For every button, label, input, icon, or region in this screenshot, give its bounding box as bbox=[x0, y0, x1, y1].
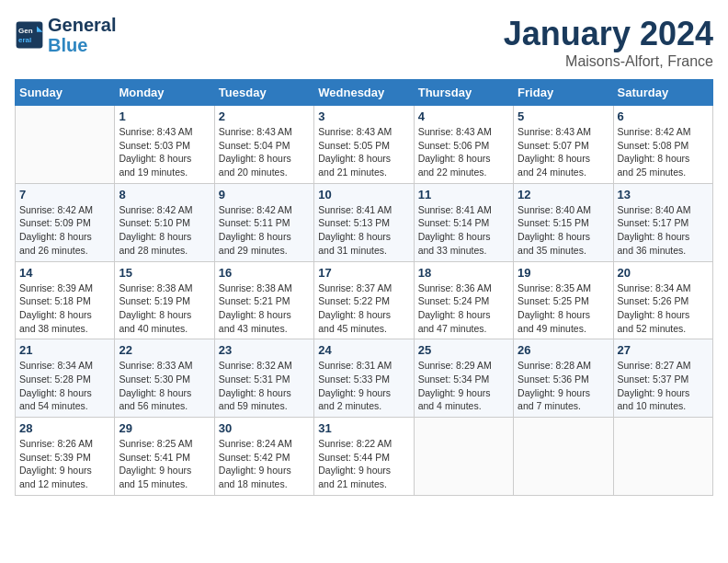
weekday-header-monday: Monday bbox=[115, 80, 214, 106]
calendar-cell: 27Sunrise: 8:27 AMSunset: 5:37 PMDayligh… bbox=[613, 339, 712, 418]
day-number: 4 bbox=[418, 109, 509, 123]
calendar-week-4: 21Sunrise: 8:34 AMSunset: 5:28 PMDayligh… bbox=[16, 339, 713, 418]
calendar-cell: 13Sunrise: 8:40 AMSunset: 5:17 PMDayligh… bbox=[613, 183, 712, 261]
calendar-cell: 1Sunrise: 8:43 AMSunset: 5:03 PMDaylight… bbox=[115, 106, 214, 184]
day-info: Sunrise: 8:26 AMSunset: 5:39 PMDaylight:… bbox=[19, 437, 110, 491]
weekday-header-thursday: Thursday bbox=[414, 80, 513, 106]
day-info: Sunrise: 8:43 AMSunset: 5:03 PMDaylight:… bbox=[119, 125, 210, 179]
day-info: Sunrise: 8:35 AMSunset: 5:25 PMDaylight:… bbox=[518, 282, 609, 336]
day-number: 5 bbox=[518, 109, 609, 123]
calendar-cell: 19Sunrise: 8:35 AMSunset: 5:25 PMDayligh… bbox=[514, 261, 613, 339]
day-info: Sunrise: 8:25 AMSunset: 5:41 PMDaylight:… bbox=[119, 437, 210, 491]
calendar-week-1: 1Sunrise: 8:43 AMSunset: 5:03 PMDaylight… bbox=[16, 106, 713, 184]
day-info: Sunrise: 8:34 AMSunset: 5:26 PMDaylight:… bbox=[618, 282, 709, 336]
calendar-cell: 23Sunrise: 8:32 AMSunset: 5:31 PMDayligh… bbox=[214, 339, 313, 418]
day-number: 8 bbox=[119, 188, 210, 201]
day-info: Sunrise: 8:43 AMSunset: 5:04 PMDaylight:… bbox=[219, 125, 310, 179]
weekday-header-sunday: Sunday bbox=[16, 80, 115, 106]
calendar-cell: 9Sunrise: 8:42 AMSunset: 5:11 PMDaylight… bbox=[214, 183, 313, 261]
day-info: Sunrise: 8:27 AMSunset: 5:37 PMDaylight:… bbox=[618, 359, 709, 413]
logo-text: GeneralBlue bbox=[48, 15, 116, 55]
day-info: Sunrise: 8:34 AMSunset: 5:28 PMDaylight:… bbox=[19, 359, 110, 413]
day-number: 2 bbox=[219, 109, 310, 123]
day-info: Sunrise: 8:43 AMSunset: 5:07 PMDaylight:… bbox=[518, 125, 609, 179]
day-number: 10 bbox=[318, 188, 409, 201]
day-number: 11 bbox=[418, 188, 509, 201]
calendar-cell bbox=[16, 106, 115, 184]
day-number: 9 bbox=[219, 188, 310, 201]
day-number: 22 bbox=[119, 343, 210, 357]
day-info: Sunrise: 8:42 AMSunset: 5:09 PMDaylight:… bbox=[19, 203, 110, 258]
day-number: 15 bbox=[119, 266, 210, 280]
day-info: Sunrise: 8:37 AMSunset: 5:22 PMDaylight:… bbox=[318, 282, 409, 336]
location: Maisons-Alfort, France bbox=[504, 53, 713, 70]
day-number: 26 bbox=[518, 343, 609, 357]
month-title: January 2024 bbox=[504, 15, 713, 53]
calendar-cell bbox=[514, 418, 613, 496]
day-number: 1 bbox=[119, 109, 210, 123]
calendar-cell: 5Sunrise: 8:43 AMSunset: 5:07 PMDaylight… bbox=[514, 106, 613, 184]
calendar-cell: 4Sunrise: 8:43 AMSunset: 5:06 PMDaylight… bbox=[414, 106, 513, 184]
calendar-week-5: 28Sunrise: 8:26 AMSunset: 5:39 PMDayligh… bbox=[16, 418, 713, 496]
svg-text:eral: eral bbox=[18, 36, 31, 44]
day-info: Sunrise: 8:38 AMSunset: 5:21 PMDaylight:… bbox=[219, 282, 310, 336]
day-info: Sunrise: 8:33 AMSunset: 5:30 PMDaylight:… bbox=[119, 359, 210, 413]
day-info: Sunrise: 8:39 AMSunset: 5:18 PMDaylight:… bbox=[19, 282, 110, 336]
calendar-cell: 8Sunrise: 8:42 AMSunset: 5:10 PMDaylight… bbox=[115, 183, 214, 261]
day-info: Sunrise: 8:28 AMSunset: 5:36 PMDaylight:… bbox=[518, 359, 609, 413]
calendar-cell: 3Sunrise: 8:43 AMSunset: 5:05 PMDaylight… bbox=[314, 106, 414, 184]
svg-text:Gen: Gen bbox=[18, 27, 33, 35]
calendar-cell: 18Sunrise: 8:36 AMSunset: 5:24 PMDayligh… bbox=[414, 261, 513, 339]
calendar-cell: 17Sunrise: 8:37 AMSunset: 5:22 PMDayligh… bbox=[314, 261, 414, 339]
calendar-cell: 20Sunrise: 8:34 AMSunset: 5:26 PMDayligh… bbox=[613, 261, 712, 339]
day-number: 24 bbox=[318, 343, 409, 357]
calendar-cell: 2Sunrise: 8:43 AMSunset: 5:04 PMDaylight… bbox=[214, 106, 313, 184]
calendar-cell: 16Sunrise: 8:38 AMSunset: 5:21 PMDayligh… bbox=[214, 261, 313, 339]
day-info: Sunrise: 8:42 AMSunset: 5:08 PMDaylight:… bbox=[618, 125, 709, 179]
calendar-cell: 14Sunrise: 8:39 AMSunset: 5:18 PMDayligh… bbox=[16, 261, 115, 339]
day-number: 7 bbox=[19, 188, 110, 201]
day-info: Sunrise: 8:42 AMSunset: 5:10 PMDaylight:… bbox=[119, 203, 210, 258]
title-block: January 2024 Maisons-Alfort, France bbox=[504, 15, 713, 70]
day-number: 16 bbox=[219, 266, 310, 280]
calendar-cell bbox=[414, 418, 513, 496]
calendar-cell bbox=[613, 418, 712, 496]
calendar-cell: 7Sunrise: 8:42 AMSunset: 5:09 PMDaylight… bbox=[16, 183, 115, 261]
logo: Gen eral GeneralBlue bbox=[15, 15, 116, 55]
day-info: Sunrise: 8:22 AMSunset: 5:44 PMDaylight:… bbox=[318, 437, 409, 491]
day-info: Sunrise: 8:43 AMSunset: 5:06 PMDaylight:… bbox=[418, 125, 509, 179]
calendar-week-2: 7Sunrise: 8:42 AMSunset: 5:09 PMDaylight… bbox=[16, 183, 713, 261]
day-number: 18 bbox=[418, 266, 509, 280]
calendar-week-3: 14Sunrise: 8:39 AMSunset: 5:18 PMDayligh… bbox=[16, 261, 713, 339]
day-info: Sunrise: 8:24 AMSunset: 5:42 PMDaylight:… bbox=[219, 437, 310, 491]
day-info: Sunrise: 8:43 AMSunset: 5:05 PMDaylight:… bbox=[318, 125, 409, 179]
day-info: Sunrise: 8:31 AMSunset: 5:33 PMDaylight:… bbox=[318, 359, 409, 413]
calendar-cell: 31Sunrise: 8:22 AMSunset: 5:44 PMDayligh… bbox=[314, 418, 414, 496]
calendar-cell: 6Sunrise: 8:42 AMSunset: 5:08 PMDaylight… bbox=[613, 106, 712, 184]
day-info: Sunrise: 8:41 AMSunset: 5:14 PMDaylight:… bbox=[418, 203, 509, 258]
logo-icon: Gen eral bbox=[15, 20, 44, 50]
page-header: Gen eral GeneralBlue January 2024 Maison… bbox=[15, 15, 713, 70]
weekday-header-wednesday: Wednesday bbox=[314, 80, 414, 106]
calendar-cell: 21Sunrise: 8:34 AMSunset: 5:28 PMDayligh… bbox=[16, 339, 115, 418]
day-info: Sunrise: 8:41 AMSunset: 5:13 PMDaylight:… bbox=[318, 203, 409, 258]
day-info: Sunrise: 8:32 AMSunset: 5:31 PMDaylight:… bbox=[219, 359, 310, 413]
calendar-cell: 26Sunrise: 8:28 AMSunset: 5:36 PMDayligh… bbox=[514, 339, 613, 418]
day-number: 30 bbox=[219, 421, 310, 435]
weekday-header-row: SundayMondayTuesdayWednesdayThursdayFrid… bbox=[16, 80, 713, 106]
day-number: 21 bbox=[19, 343, 110, 357]
calendar-cell: 25Sunrise: 8:29 AMSunset: 5:34 PMDayligh… bbox=[414, 339, 513, 418]
day-number: 17 bbox=[318, 266, 409, 280]
day-info: Sunrise: 8:38 AMSunset: 5:19 PMDaylight:… bbox=[119, 282, 210, 336]
calendar-cell: 11Sunrise: 8:41 AMSunset: 5:14 PMDayligh… bbox=[414, 183, 513, 261]
day-number: 20 bbox=[618, 266, 709, 280]
calendar-cell: 29Sunrise: 8:25 AMSunset: 5:41 PMDayligh… bbox=[115, 418, 214, 496]
day-info: Sunrise: 8:36 AMSunset: 5:24 PMDaylight:… bbox=[418, 282, 509, 336]
calendar-cell: 28Sunrise: 8:26 AMSunset: 5:39 PMDayligh… bbox=[16, 418, 115, 496]
calendar-cell: 30Sunrise: 8:24 AMSunset: 5:42 PMDayligh… bbox=[214, 418, 313, 496]
day-number: 3 bbox=[318, 109, 409, 123]
day-number: 25 bbox=[418, 343, 509, 357]
calendar-cell: 22Sunrise: 8:33 AMSunset: 5:30 PMDayligh… bbox=[115, 339, 214, 418]
day-info: Sunrise: 8:42 AMSunset: 5:11 PMDaylight:… bbox=[219, 203, 310, 258]
calendar-cell: 24Sunrise: 8:31 AMSunset: 5:33 PMDayligh… bbox=[314, 339, 414, 418]
